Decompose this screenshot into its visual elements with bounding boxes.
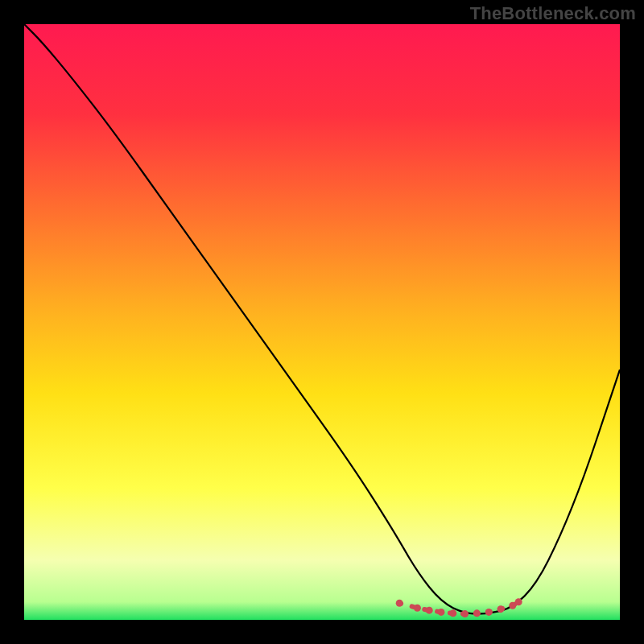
min-marker-dot: [396, 600, 403, 607]
min-marker-dot: [515, 598, 522, 605]
gradient-background: [24, 24, 620, 620]
plot-area: [24, 24, 620, 620]
chart-container: TheBottleneck.com: [0, 0, 644, 644]
min-marker-dot: [497, 605, 505, 613]
min-marker-dot: [485, 609, 493, 616]
min-marker-dot: [426, 607, 433, 614]
chart-svg: [24, 24, 620, 620]
min-marker-dot: [473, 609, 481, 617]
min-marker-dot: [449, 609, 456, 617]
min-marker-dot: [461, 610, 469, 617]
watermark-text: TheBottleneck.com: [470, 3, 636, 24]
min-marker-dot: [438, 609, 445, 616]
min-marker-dot: [414, 605, 421, 612]
